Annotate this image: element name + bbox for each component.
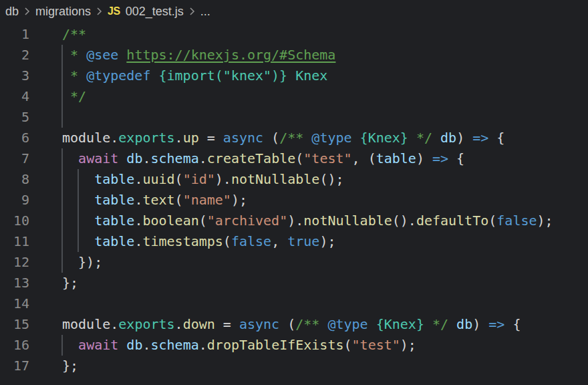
code-line-content[interactable]: module.exports.up = async (/** @type {Kn…: [29, 128, 588, 148]
indent-guide: [61, 45, 63, 66]
code-token: dropTableIfExists: [207, 337, 344, 353]
code-line-content[interactable]: table.boolean("archived").notNullable().…: [29, 211, 588, 231]
line-number[interactable]: 5: [0, 107, 29, 128]
code-token: {: [488, 130, 504, 146]
line-number[interactable]: 8: [0, 169, 29, 190]
code-line[interactable]: 11 table.timestamps(false, true);: [0, 231, 588, 252]
line-number[interactable]: 15: [0, 314, 29, 335]
code-token: true: [287, 233, 319, 249]
code-line[interactable]: 8 table.uuid("id").notNullable();: [0, 169, 588, 190]
code-token: ().: [392, 213, 416, 229]
code-line-content[interactable]: };: [29, 273, 588, 293]
code-token: .: [142, 150, 150, 166]
code-token: );: [231, 192, 247, 208]
code-line-content[interactable]: */: [29, 86, 588, 107]
code-token: exports: [118, 316, 174, 332]
code-token: [118, 150, 126, 166]
code-line[interactable]: 10 table.boolean("archived").notNullable…: [0, 211, 588, 231]
code-token: });: [62, 254, 102, 270]
code-line[interactable]: 12 });: [0, 252, 588, 273]
line-number[interactable]: 3: [0, 66, 29, 86]
breadcrumb-item-migrations[interactable]: migrations: [35, 5, 91, 19]
code-line-content[interactable]: module.exports.down = async (/** @type {…: [29, 314, 588, 335]
code-token: notNullable: [231, 171, 319, 187]
code-token: notNullable: [303, 213, 392, 229]
line-number[interactable]: 2: [0, 45, 29, 66]
code-line-content[interactable]: await db.schema.dropTableIfExists("test"…: [29, 335, 588, 356]
code-token: */: [408, 130, 432, 146]
code-line[interactable]: 6module.exports.up = async (/** @type {K…: [0, 128, 588, 148]
code-line[interactable]: 3 * @typedef {import("knex")} Knex: [0, 66, 588, 86]
line-number[interactable]: 14: [0, 293, 29, 314]
line-number[interactable]: 12: [0, 252, 29, 273]
code-line-content[interactable]: table.timestamps(false, true);: [29, 231, 588, 252]
code-line[interactable]: 9 table.text("name");: [0, 190, 588, 211]
line-number[interactable]: 1: [0, 24, 29, 45]
code-token: table: [94, 213, 134, 229]
code-line[interactable]: 2 * @see https://knexjs.org/#Schema: [0, 45, 588, 66]
code-token: @see: [86, 47, 118, 63]
code-token: */: [424, 316, 448, 332]
indent-guide: [61, 231, 63, 252]
code-line-content[interactable]: [29, 293, 588, 314]
code-line-content[interactable]: });: [29, 252, 588, 273]
code-token: .: [134, 192, 142, 208]
code-token: table: [94, 233, 134, 249]
code-line-content[interactable]: * @typedef {import("knex")} Knex: [29, 66, 588, 86]
code-line-content[interactable]: table.uuid("id").notNullable();: [29, 169, 588, 190]
breadcrumb-item-002-test-js[interactable]: JS002_test.js: [108, 5, 184, 19]
code-token: (: [175, 171, 183, 187]
code-line-content[interactable]: table.text("name");: [29, 190, 588, 211]
indent-guide: [61, 66, 63, 86]
code-token: db: [456, 316, 472, 332]
line-number[interactable]: 9: [0, 190, 29, 211]
breadcrumb-item-db[interactable]: db: [5, 5, 19, 19]
editor[interactable]: 1/**2 * @see https://knexjs.org/#Schema3…: [0, 23, 588, 376]
code-line[interactable]: 14: [0, 293, 588, 314]
code-link[interactable]: https://knexjs.org/#Schema: [126, 47, 335, 63]
code-token: .: [175, 316, 183, 332]
code-token: {import("knex")} Knex: [159, 68, 328, 84]
code-line-content[interactable]: [29, 107, 588, 128]
indent-guide: [61, 190, 63, 211]
code-token: text: [142, 192, 174, 208]
line-number[interactable]: 11: [0, 231, 29, 252]
code-token: @typedef: [86, 68, 150, 84]
code-token: [62, 337, 78, 353]
code-line-content[interactable]: };: [29, 356, 588, 376]
breadcrumb-label: 002_test.js: [126, 5, 184, 19]
code-token: boolean: [142, 213, 198, 229]
code-line[interactable]: 13};: [0, 273, 588, 293]
code-token: (: [175, 192, 183, 208]
code-token: await: [78, 337, 118, 353]
code-line[interactable]: 4 */: [0, 86, 588, 107]
line-number[interactable]: 6: [0, 128, 29, 148]
line-number[interactable]: 13: [0, 273, 29, 293]
code-line-content[interactable]: * @see https://knexjs.org/#Schema: [29, 45, 588, 66]
line-number[interactable]: 4: [0, 86, 29, 107]
code-token: (: [263, 130, 279, 146]
indent-guide: [61, 169, 63, 190]
code-token: timestamps: [142, 233, 223, 249]
code-line[interactable]: 7 await db.schema.createTable("test", (t…: [0, 148, 588, 169]
code-line[interactable]: 16 await db.schema.dropTableIfExists("te…: [0, 335, 588, 356]
code-token: );: [400, 337, 416, 353]
breadcrumb-item--[interactable]: ...: [200, 5, 210, 19]
code-token: {: [504, 316, 521, 332]
line-number[interactable]: 10: [0, 211, 29, 231]
code-line-content[interactable]: /**: [29, 24, 588, 45]
code-token: async: [239, 316, 279, 332]
code-token: (: [295, 150, 303, 166]
code-token: .: [134, 233, 142, 249]
code-line[interactable]: 1/**: [0, 24, 588, 45]
code-token: "id": [183, 171, 215, 187]
code-token: *: [62, 47, 86, 63]
code-line[interactable]: 5: [0, 107, 588, 128]
line-number[interactable]: 7: [0, 148, 29, 169]
line-number[interactable]: 16: [0, 335, 29, 356]
code-line[interactable]: 15module.exports.down = async (/** @type…: [0, 314, 588, 335]
code-token: {Knex}: [376, 316, 424, 332]
code-line[interactable]: 17};: [0, 356, 588, 376]
line-number[interactable]: 17: [0, 356, 29, 376]
code-line-content[interactable]: await db.schema.createTable("test", (tab…: [29, 148, 588, 169]
